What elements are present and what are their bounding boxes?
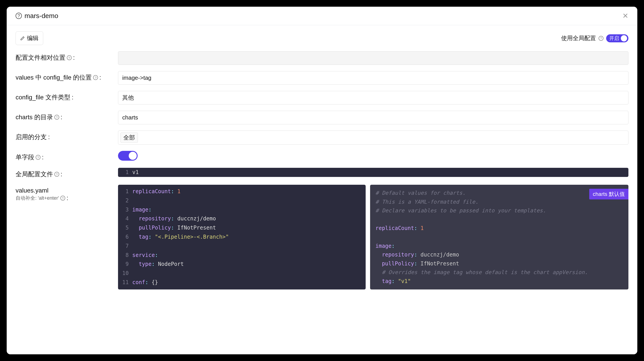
row-values-yaml: values.yaml 自动补全: 'alt+enter' ? : 1repli… xyxy=(16,185,628,289)
help-icon[interactable]: ? xyxy=(54,172,59,177)
single-field-switch[interactable] xyxy=(118,151,138,161)
help-icon[interactable]: ? xyxy=(16,13,22,19)
label-charts-dir: charts 的目录 xyxy=(16,113,53,121)
label-global-config-file: 全局配置文件 xyxy=(16,170,53,178)
row-single-field: 单字段 ? : xyxy=(16,151,628,162)
global-config-editor[interactable]: 1v1 xyxy=(118,168,628,177)
help-icon[interactable]: ? xyxy=(598,36,604,41)
help-icon[interactable]: ? xyxy=(54,115,59,120)
switch-knob xyxy=(129,152,137,160)
row-enabled-branches: 启用的分支 : 全部 xyxy=(16,131,628,145)
charts-dir-input[interactable] xyxy=(118,111,628,124)
modal-body: 编辑 使用全局配置 ? 开启 配置文件相对位置 ? : xyxy=(7,25,637,354)
label-enabled-branches: 启用的分支 xyxy=(16,133,47,141)
label-single-field: 单字段 xyxy=(16,153,34,162)
config-path-input[interactable] xyxy=(118,51,628,65)
modal-header: ? mars-demo ✕ xyxy=(7,7,637,25)
close-icon[interactable]: ✕ xyxy=(622,12,628,19)
row-charts-dir: charts 的目录 ? : xyxy=(16,111,628,124)
help-icon[interactable]: ? xyxy=(60,196,65,201)
pencil-icon xyxy=(20,36,25,41)
help-icon[interactable]: ? xyxy=(67,55,72,60)
help-icon[interactable]: ? xyxy=(36,155,40,160)
toggle-knob xyxy=(621,35,627,42)
charts-default-viewer: charts 默认值 # Default values for charts.#… xyxy=(370,185,628,289)
edit-button-label: 编辑 xyxy=(27,34,38,42)
row-global-config-file: 全局配置文件 ? : 1v1 xyxy=(16,168,628,178)
help-icon[interactable]: ? xyxy=(93,75,98,80)
modal-title: mars-demo xyxy=(24,12,58,20)
global-config-toggle[interactable]: 开启 xyxy=(606,34,628,42)
label-config-path: 配置文件相对位置 xyxy=(16,54,66,62)
label-values-yaml: values.yaml xyxy=(16,187,48,194)
label-values-configfile: values 中 config_file 的位置 xyxy=(16,73,92,82)
label-configfile-type: config_file 文件类型 xyxy=(16,93,70,102)
configfile-type-input[interactable] xyxy=(118,91,628,105)
toolbar: 编辑 使用全局配置 ? 开启 xyxy=(16,32,628,45)
row-configfile-type: config_file 文件类型 : xyxy=(16,91,628,105)
row-config-path: 配置文件相对位置 ? : xyxy=(16,51,628,65)
autocomplete-hint: 自动补全: 'alt+enter' xyxy=(16,195,59,201)
branch-tag: 全部 xyxy=(120,133,138,143)
row-values-configfile: values 中 config_file 的位置 ? : xyxy=(16,71,628,85)
default-values-badge: charts 默认值 xyxy=(589,189,628,199)
values-yaml-editor[interactable]: 1replicaCount: 123image:4 repository: du… xyxy=(118,185,366,289)
global-config-label: 使用全局配置 xyxy=(561,34,596,42)
values-configfile-input[interactable] xyxy=(118,71,628,85)
edit-button[interactable]: 编辑 xyxy=(16,32,43,45)
branches-tag-box[interactable]: 全部 xyxy=(118,131,628,145)
config-modal: ? mars-demo ✕ 编辑 使用全局配置 ? 开启 配置文件相对位置 xyxy=(7,7,637,354)
toggle-label: 开启 xyxy=(609,35,619,42)
